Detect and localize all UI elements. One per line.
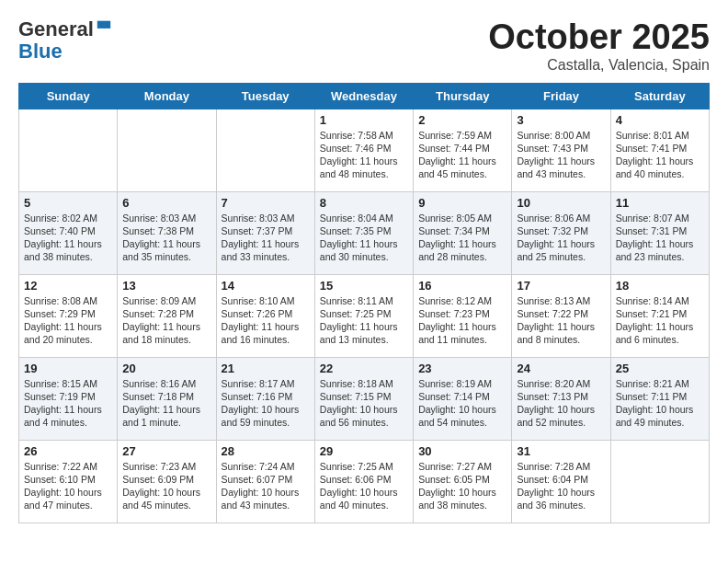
calendar-day-11: 11Sunrise: 8:07 AM Sunset: 7:31 PM Dayli…	[610, 191, 709, 274]
calendar-week-row: 12Sunrise: 8:08 AM Sunset: 7:29 PM Dayli…	[19, 274, 710, 357]
header-day-sunday: Sunday	[19, 83, 118, 109]
day-number: 10	[517, 196, 605, 210]
day-content: Sunrise: 8:15 AM Sunset: 7:19 PM Dayligh…	[24, 377, 112, 430]
day-content: Sunrise: 7:24 AM Sunset: 6:07 PM Dayligh…	[222, 460, 310, 512]
day-number: 21	[222, 362, 310, 375]
day-content: Sunrise: 8:02 AM Sunset: 7:40 PM Dayligh…	[24, 212, 112, 264]
calendar-day-19: 19Sunrise: 8:15 AM Sunset: 7:19 PM Dayli…	[19, 357, 118, 440]
day-content: Sunrise: 8:09 AM Sunset: 7:28 PM Dayligh…	[122, 294, 210, 347]
day-number: 8	[320, 196, 408, 210]
calendar-empty-cell	[216, 109, 314, 191]
calendar-day-31: 31Sunrise: 7:28 AM Sunset: 6:04 PM Dayli…	[512, 440, 610, 523]
calendar-day-7: 7Sunrise: 8:03 AM Sunset: 7:37 PM Daylig…	[216, 191, 314, 274]
header-day-tuesday: Tuesday	[216, 83, 314, 109]
calendar-empty-cell	[118, 109, 216, 191]
calendar-day-10: 10Sunrise: 8:06 AM Sunset: 7:32 PM Dayli…	[512, 191, 610, 274]
calendar-empty-cell	[610, 440, 709, 523]
calendar-day-6: 6Sunrise: 8:03 AM Sunset: 7:38 PM Daylig…	[118, 191, 216, 274]
day-content: Sunrise: 8:03 AM Sunset: 7:38 PM Dayligh…	[122, 212, 210, 264]
day-number: 23	[418, 362, 506, 375]
logo-blue: Blue	[18, 40, 63, 63]
day-number: 11	[616, 196, 704, 210]
day-number: 6	[122, 196, 210, 210]
logo-flag-icon	[96, 19, 112, 36]
location: Castalla, Valencia, Spain	[488, 57, 710, 74]
day-content: Sunrise: 8:01 AM Sunset: 7:41 PM Dayligh…	[616, 129, 704, 181]
day-number: 29	[320, 444, 408, 458]
day-number: 26	[24, 444, 112, 458]
day-content: Sunrise: 8:03 AM Sunset: 7:37 PM Dayligh…	[222, 212, 310, 264]
calendar-day-14: 14Sunrise: 8:10 AM Sunset: 7:26 PM Dayli…	[216, 274, 314, 357]
calendar-day-15: 15Sunrise: 8:11 AM Sunset: 7:25 PM Dayli…	[314, 274, 413, 357]
day-number: 25	[616, 362, 704, 375]
day-content: Sunrise: 7:58 AM Sunset: 7:46 PM Dayligh…	[320, 129, 408, 181]
day-number: 18	[616, 279, 704, 293]
day-number: 16	[418, 279, 506, 293]
calendar-day-3: 3Sunrise: 8:00 AM Sunset: 7:43 PM Daylig…	[512, 109, 610, 191]
day-content: Sunrise: 8:17 AM Sunset: 7:16 PM Dayligh…	[222, 377, 310, 430]
day-content: Sunrise: 7:23 AM Sunset: 6:09 PM Dayligh…	[122, 460, 210, 512]
day-content: Sunrise: 7:27 AM Sunset: 6:05 PM Dayligh…	[418, 460, 506, 512]
calendar-empty-cell	[19, 109, 118, 191]
day-number: 28	[222, 444, 310, 458]
day-number: 13	[122, 279, 210, 293]
day-content: Sunrise: 8:07 AM Sunset: 7:31 PM Dayligh…	[616, 212, 704, 264]
calendar-body: 1Sunrise: 7:58 AM Sunset: 7:46 PM Daylig…	[19, 109, 710, 523]
calendar-day-28: 28Sunrise: 7:24 AM Sunset: 6:07 PM Dayli…	[216, 440, 314, 523]
calendar-day-12: 12Sunrise: 8:08 AM Sunset: 7:29 PM Dayli…	[19, 274, 118, 357]
day-content: Sunrise: 8:11 AM Sunset: 7:25 PM Dayligh…	[320, 294, 408, 347]
calendar-day-16: 16Sunrise: 8:12 AM Sunset: 7:23 PM Dayli…	[414, 274, 512, 357]
day-content: Sunrise: 8:21 AM Sunset: 7:11 PM Dayligh…	[616, 377, 704, 430]
header-day-wednesday: Wednesday	[314, 83, 413, 109]
calendar-day-26: 26Sunrise: 7:22 AM Sunset: 6:10 PM Dayli…	[19, 440, 118, 523]
day-number: 2	[418, 113, 506, 127]
calendar-week-row: 1Sunrise: 7:58 AM Sunset: 7:46 PM Daylig…	[19, 109, 710, 191]
calendar-day-22: 22Sunrise: 8:18 AM Sunset: 7:15 PM Dayli…	[314, 357, 413, 440]
calendar-day-27: 27Sunrise: 7:23 AM Sunset: 6:09 PM Dayli…	[118, 440, 216, 523]
day-number: 9	[418, 196, 506, 210]
day-content: Sunrise: 8:12 AM Sunset: 7:23 PM Dayligh…	[418, 294, 506, 347]
day-content: Sunrise: 7:59 AM Sunset: 7:44 PM Dayligh…	[418, 129, 506, 181]
day-number: 3	[517, 113, 605, 127]
day-content: Sunrise: 8:13 AM Sunset: 7:22 PM Dayligh…	[517, 294, 605, 347]
header-day-saturday: Saturday	[610, 83, 709, 109]
day-content: Sunrise: 8:14 AM Sunset: 7:21 PM Dayligh…	[616, 294, 704, 347]
day-number: 19	[24, 362, 112, 375]
calendar-header-row: SundayMondayTuesdayWednesdayThursdayFrid…	[19, 83, 710, 109]
page-header: General Blue October 2025 Castalla, Vale…	[18, 18, 710, 74]
day-number: 12	[24, 279, 112, 293]
calendar-week-row: 26Sunrise: 7:22 AM Sunset: 6:10 PM Dayli…	[19, 440, 710, 523]
calendar-day-1: 1Sunrise: 7:58 AM Sunset: 7:46 PM Daylig…	[314, 109, 413, 191]
day-number: 17	[517, 279, 605, 293]
day-content: Sunrise: 8:18 AM Sunset: 7:15 PM Dayligh…	[320, 377, 408, 430]
calendar-day-20: 20Sunrise: 8:16 AM Sunset: 7:18 PM Dayli…	[118, 357, 216, 440]
calendar-day-9: 9Sunrise: 8:05 AM Sunset: 7:34 PM Daylig…	[414, 191, 512, 274]
calendar-day-5: 5Sunrise: 8:02 AM Sunset: 7:40 PM Daylig…	[19, 191, 118, 274]
calendar-day-8: 8Sunrise: 8:04 AM Sunset: 7:35 PM Daylig…	[314, 191, 413, 274]
calendar-week-row: 19Sunrise: 8:15 AM Sunset: 7:19 PM Dayli…	[19, 357, 710, 440]
calendar-day-4: 4Sunrise: 8:01 AM Sunset: 7:41 PM Daylig…	[610, 109, 709, 191]
logo-general: General	[18, 17, 94, 40]
day-number: 31	[517, 444, 605, 458]
day-number: 30	[418, 444, 506, 458]
day-number: 1	[320, 113, 408, 127]
day-number: 5	[24, 196, 112, 210]
calendar-day-23: 23Sunrise: 8:19 AM Sunset: 7:14 PM Dayli…	[414, 357, 512, 440]
day-number: 20	[122, 362, 210, 375]
day-content: Sunrise: 8:04 AM Sunset: 7:35 PM Dayligh…	[320, 212, 408, 264]
calendar-day-29: 29Sunrise: 7:25 AM Sunset: 6:06 PM Dayli…	[314, 440, 413, 523]
day-content: Sunrise: 8:08 AM Sunset: 7:29 PM Dayligh…	[24, 294, 112, 347]
day-content: Sunrise: 8:05 AM Sunset: 7:34 PM Dayligh…	[418, 212, 506, 264]
calendar-table: SundayMondayTuesdayWednesdayThursdayFrid…	[18, 83, 710, 523]
day-content: Sunrise: 7:28 AM Sunset: 6:04 PM Dayligh…	[517, 460, 605, 512]
title-block: October 2025 Castalla, Valencia, Spain	[488, 18, 710, 74]
calendar-day-25: 25Sunrise: 8:21 AM Sunset: 7:11 PM Dayli…	[610, 357, 709, 440]
day-content: Sunrise: 7:25 AM Sunset: 6:06 PM Dayligh…	[320, 460, 408, 512]
day-content: Sunrise: 8:20 AM Sunset: 7:13 PM Dayligh…	[517, 377, 605, 430]
calendar-day-18: 18Sunrise: 8:14 AM Sunset: 7:21 PM Dayli…	[610, 274, 709, 357]
day-content: Sunrise: 8:19 AM Sunset: 7:14 PM Dayligh…	[418, 377, 506, 430]
day-content: Sunrise: 8:00 AM Sunset: 7:43 PM Dayligh…	[517, 129, 605, 181]
day-content: Sunrise: 7:22 AM Sunset: 6:10 PM Dayligh…	[24, 460, 112, 512]
calendar-day-2: 2Sunrise: 7:59 AM Sunset: 7:44 PM Daylig…	[414, 109, 512, 191]
logo: General Blue	[18, 18, 112, 63]
